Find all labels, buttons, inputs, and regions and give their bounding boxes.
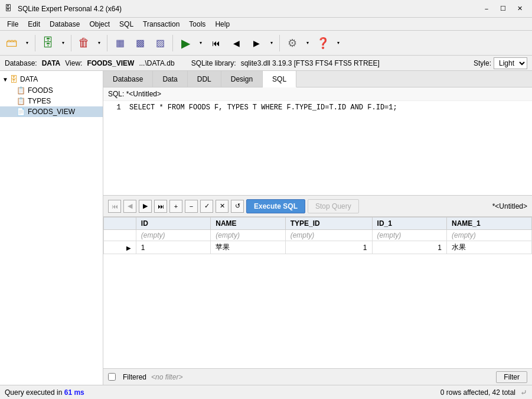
main-layout: ▼ 🗄 DATA 📋 FOODS 📋 TYPES 📄 FOODS_VIEW Da… <box>0 71 532 385</box>
nav-first-sql-button[interactable]: ⏮ <box>108 200 121 213</box>
row-name1: 水果 <box>446 241 531 254</box>
db-open-button[interactable]: 🗃 <box>2 34 21 53</box>
db-path: ...\DATA.db <box>139 59 174 67</box>
sidebar-item-foods[interactable]: 📋 FOODS <box>0 85 103 96</box>
results-header: ID NAME TYPE_ID ID_1 NAME_1 <box>104 218 532 230</box>
help-dropdown[interactable]: ▾ <box>334 34 343 53</box>
restore-button[interactable]: ☐ <box>495 3 511 15</box>
row-id: 1 <box>136 241 210 254</box>
database-icon: 🗄 <box>9 74 18 84</box>
table-row[interactable]: ▶ 1 苹果 1 1 水果 <box>104 241 532 254</box>
stop-query-button[interactable]: Stop Query <box>308 199 359 213</box>
nav-prev-sql-button[interactable]: ◀ <box>123 200 136 213</box>
statusbar: Query executed in 61 ms 0 rows affected,… <box>0 385 532 399</box>
tab-design[interactable]: Design <box>221 71 263 87</box>
tree-spacer-types <box>9 98 17 105</box>
filtered-checkbox[interactable] <box>108 373 116 381</box>
sql-run-dropdown[interactable]: ▾ <box>196 34 205 53</box>
toolbar: 🗃 ▾ 🗄 ▾ 🗑 ▾ ▦ ▩ ▨ ▶ ▾ ⏮ ◀ ▶ ▾ ⚙ ▾ ❓ ▾ <box>0 31 532 56</box>
db-remove-button[interactable]: 🗑 <box>74 34 93 53</box>
row-indicator: ▶ <box>104 241 136 254</box>
menu-database[interactable]: Database <box>45 19 84 30</box>
menu-sql[interactable]: SQL <box>115 19 138 30</box>
window-controls: − ☐ ✕ <box>479 3 527 15</box>
filter-bar: Filtered <no filter> Filter <box>103 368 532 385</box>
menu-help[interactable]: Help <box>210 19 234 30</box>
db-add-dropdown[interactable]: ▾ <box>58 34 68 53</box>
close-button[interactable]: ✕ <box>512 3 527 15</box>
col-id: ID <box>136 218 210 230</box>
menu-file[interactable]: File <box>2 19 23 30</box>
menu-transaction[interactable]: Transaction <box>138 19 184 30</box>
minimize-button[interactable]: − <box>479 3 494 15</box>
nav-first-button[interactable]: ⏮ <box>207 34 226 53</box>
db-remove-dropdown[interactable]: ▾ <box>94 34 104 53</box>
status-left: Query executed in 61 ms <box>5 388 440 397</box>
del-row-button[interactable]: − <box>185 200 198 213</box>
empty-id1: (empty) <box>372 230 446 241</box>
menubar: File Edit Database Object SQL Transactio… <box>0 18 532 31</box>
sidebar-item-data[interactable]: ▼ 🗄 DATA <box>0 73 103 85</box>
filter-text: <no filter> <box>151 373 491 381</box>
menu-object[interactable]: Object <box>84 19 115 30</box>
col-id1: ID_1 <box>372 218 446 230</box>
table-icon-foods: 📋 <box>17 86 25 95</box>
menu-tools[interactable]: Tools <box>184 19 210 30</box>
help-button[interactable]: ❓ <box>314 34 332 53</box>
execute-sql-button[interactable]: Execute SQL <box>246 199 305 213</box>
status-time: 61 ms <box>64 388 84 397</box>
sql-editor[interactable]: 1 SELECT * FROM FOODS F, TYPES T WHERE F… <box>103 101 532 196</box>
empty-indicator <box>104 230 136 241</box>
cancel-button[interactable]: ✕ <box>216 200 229 213</box>
sql-toolbar: ⏮ ◀ ▶ ⏭ + − ✓ ✕ ↺ Execute SQL Stop Query… <box>103 196 532 217</box>
settings-button[interactable]: ⚙ <box>283 34 302 53</box>
view-label: View: <box>65 59 82 67</box>
nav-last-sql-button[interactable]: ⏭ <box>154 200 167 213</box>
db-name: DATA <box>42 59 61 67</box>
tab-database[interactable]: Database <box>103 71 153 87</box>
view-name: FOODS_VIEW <box>87 59 134 67</box>
nav-next-sql-button[interactable]: ▶ <box>139 200 152 213</box>
filter-button[interactable]: Filter <box>496 371 527 383</box>
menu-edit[interactable]: Edit <box>23 19 45 30</box>
grid-view-button[interactable]: ▦ <box>110 34 129 53</box>
empty-name: (empty) <box>211 230 285 241</box>
tree-toggle-data: ▼ <box>2 76 9 83</box>
results-container[interactable]: ID NAME TYPE_ID ID_1 NAME_1 (empty) (emp… <box>103 217 532 368</box>
refresh-button[interactable]: ↺ <box>231 200 244 213</box>
sidebar-item-types[interactable]: 📋 TYPES <box>0 96 103 106</box>
titlebar: 🗄 SQLite Expert Personal 4.2 (x64) − ☐ ✕ <box>0 0 532 18</box>
sidebar-item-foods-view[interactable]: 📄 FOODS_VIEW <box>0 106 103 117</box>
status-right: 0 rows affected, 42 total <box>440 388 515 397</box>
row-type-id: 1 <box>285 241 372 254</box>
nav-next-button[interactable]: ▶ <box>247 34 266 53</box>
col-type-id: TYPE_ID <box>285 218 372 230</box>
sql-label-bar: SQL: *<Untitled> <box>103 87 532 101</box>
style-label: Style: <box>474 59 491 67</box>
nav-dropdown[interactable]: ▾ <box>267 34 276 53</box>
style-select[interactable]: Light Dark <box>494 57 527 69</box>
status-prefix: Query executed in <box>5 388 64 397</box>
infobar: Database: DATA View: FOODS_VIEW ...\DATA… <box>0 56 532 71</box>
tab-bar: Database Data DDL Design SQL <box>103 71 532 87</box>
row-id1: 1 <box>372 241 446 254</box>
db-open-dropdown[interactable]: ▾ <box>22 34 32 53</box>
sql-run-button[interactable]: ▶ <box>176 34 195 53</box>
add-row-button[interactable]: + <box>169 200 182 213</box>
sqlite-dll: sqlite3.dll 3.19.3 [FTS3 FTS4 FTS5 RTREE… <box>241 59 380 67</box>
nav-prev-button[interactable]: ◀ <box>227 34 246 53</box>
results-table: ID NAME TYPE_ID ID_1 NAME_1 (empty) (emp… <box>103 217 532 254</box>
confirm-button[interactable]: ✓ <box>200 200 213 213</box>
sidebar-item-label-types: TYPES <box>28 97 51 105</box>
filtered-label: Filtered <box>123 373 146 381</box>
grid-export-button[interactable]: ▨ <box>151 34 169 53</box>
tab-data[interactable]: Data <box>153 71 187 87</box>
tab-ddl[interactable]: DDL <box>188 71 221 87</box>
settings-dropdown[interactable]: ▾ <box>303 34 312 53</box>
grid-check-button[interactable]: ▩ <box>130 34 149 53</box>
col-name1: NAME_1 <box>446 218 531 230</box>
db-label: Database: <box>5 59 37 67</box>
db-add-button[interactable]: 🗄 <box>38 34 57 53</box>
results-body: (empty) (empty) (empty) (empty) (empty) … <box>104 230 532 254</box>
tab-sql[interactable]: SQL <box>263 71 296 87</box>
